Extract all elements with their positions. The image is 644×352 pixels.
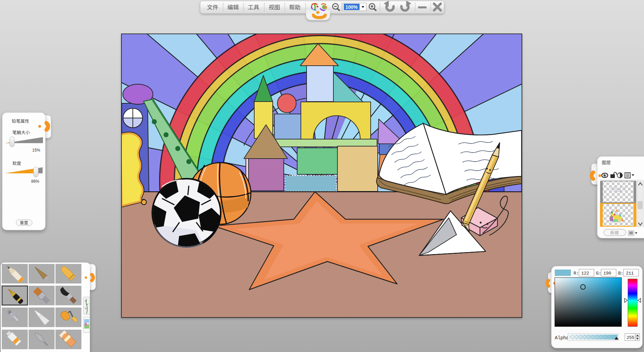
svg-text:190: 190 xyxy=(603,271,611,276)
svg-text:15%: 15% xyxy=(32,148,40,153)
svg-text:G:: G: xyxy=(596,271,601,276)
svg-text:Alpha: Alpha xyxy=(555,335,569,341)
svg-text:100%: 100% xyxy=(345,4,358,10)
svg-text:211: 211 xyxy=(626,271,634,276)
svg-text:R:: R: xyxy=(574,271,579,276)
svg-text:86%: 86% xyxy=(31,179,39,184)
svg-text:B:: B: xyxy=(618,271,624,276)
svg-text:122: 122 xyxy=(581,271,589,276)
svg-text:255: 255 xyxy=(627,335,634,340)
